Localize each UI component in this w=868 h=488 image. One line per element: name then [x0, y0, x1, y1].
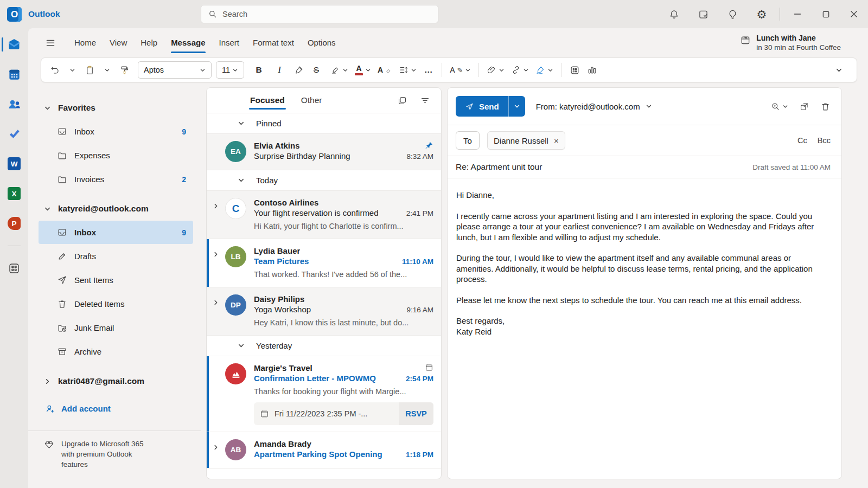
sidebar-item-expenses[interactable]: Expenses: [39, 144, 193, 167]
format-painter-icon[interactable]: [116, 61, 132, 79]
font-color-icon[interactable]: A: [352, 61, 374, 79]
undo-icon[interactable]: [47, 61, 63, 79]
sidebar-item-deleted-items[interactable]: Deleted Items: [39, 292, 193, 316]
tab-home[interactable]: Home: [73, 28, 97, 57]
tab-help[interactable]: Help: [139, 28, 158, 57]
maximize-icon[interactable]: [812, 0, 840, 28]
more-apps-grid-icon[interactable]: [0, 261, 28, 276]
sidebar-item-sent-items[interactable]: Sent Items: [39, 268, 193, 292]
send-button[interactable]: Send: [456, 96, 508, 117]
notifications-bell-icon[interactable]: [659, 0, 688, 28]
filter-icon[interactable]: [416, 92, 433, 109]
search-input[interactable]: Search: [201, 5, 438, 23]
from-selector[interactable]: From: katyreid@outlook.com: [536, 102, 652, 111]
chart-icon[interactable]: [584, 61, 600, 79]
calendar-icon[interactable]: [0, 67, 28, 82]
clear-format-icon[interactable]: A: [375, 61, 395, 79]
pen-icon[interactable]: [291, 61, 307, 79]
message-subject: Surprise Birthday Planning: [254, 151, 350, 160]
group-header-pinned[interactable]: Pinned: [207, 113, 441, 134]
open-new-window-icon[interactable]: [799, 101, 809, 112]
paste-dropdown-chevron-icon[interactable]: [99, 61, 115, 79]
sidebar-item-junk-email[interactable]: Junk Email: [39, 316, 193, 339]
apps-grid-icon[interactable]: [566, 61, 583, 79]
tab-insert[interactable]: Insert: [218, 28, 241, 57]
close-icon[interactable]: [840, 0, 868, 28]
todo-check-icon[interactable]: [0, 126, 28, 142]
italic-button[interactable]: I: [271, 61, 288, 79]
send-options-chevron-icon[interactable]: [508, 96, 525, 117]
zoom-control[interactable]: [770, 101, 788, 112]
group-header-today[interactable]: Today: [207, 170, 441, 191]
sidebar-item-inbox[interactable]: Inbox 9: [39, 221, 193, 244]
delete-trash-icon[interactable]: [820, 101, 831, 112]
account-gmail-header[interactable]: katri0487@gmail.com: [28, 369, 201, 393]
add-account-button[interactable]: Add account: [28, 396, 201, 420]
sidebar-item-archive[interactable]: Archive: [39, 340, 193, 363]
select-messages-icon[interactable]: [393, 92, 411, 109]
tab-options[interactable]: Options: [307, 28, 337, 57]
line-spacing-icon[interactable]: [396, 61, 419, 79]
message-row-margies-travel[interactable]: Margie's Travel Confirmation Letter - MP…: [207, 356, 441, 432]
expand-chevron-icon[interactable]: [213, 251, 219, 258]
font-family-select[interactable]: Aptos: [138, 61, 212, 79]
word-icon[interactable]: W: [0, 156, 28, 171]
styles-icon[interactable]: A✎: [447, 61, 474, 79]
tab-view[interactable]: View: [108, 28, 128, 57]
sidebar-item-invoices[interactable]: Invoices 2: [39, 168, 193, 191]
font-size-select[interactable]: 11: [216, 61, 244, 79]
link-icon[interactable]: [508, 61, 532, 79]
attach-paperclip-icon[interactable]: [484, 61, 507, 79]
signature-pen-icon[interactable]: [533, 61, 556, 79]
tips-lightbulb-icon[interactable]: [718, 0, 747, 28]
message-row-daisy-philips[interactable]: DP Daisy Philips Yoga Workshop 9:16 AM H…: [207, 287, 441, 336]
drafts-pencil-icon: [57, 251, 67, 261]
account-outlook-header[interactable]: katyreid@outlook.com: [28, 197, 201, 221]
minimize-icon[interactable]: [783, 0, 812, 28]
tab-message[interactable]: Message: [170, 28, 206, 57]
people-icon[interactable]: [0, 97, 28, 112]
sidebar-item-drafts[interactable]: Drafts: [39, 245, 193, 268]
message-row-amanda-brady[interactable]: AB Amanda Brady Apartment Parking Spot O…: [207, 432, 441, 468]
body-paragraph: Hi Dianne,: [456, 190, 827, 201]
paste-clipboard-icon[interactable]: [81, 61, 98, 79]
calendar-reminder[interactable]: Lunch with Jane in 30 min at Fourth Coff…: [740, 34, 857, 52]
message-subject: Your flight reservation is confirmed: [254, 208, 379, 217]
message-row-lydia-bauer[interactable]: LB Lydia Bauer Team Pictures 11:10 AM Th…: [207, 239, 441, 287]
tab-focused[interactable]: Focused: [249, 88, 286, 113]
message-body-editor[interactable]: Hi Dianne, I recently came across your a…: [448, 178, 841, 479]
excel-icon[interactable]: X: [0, 186, 28, 201]
subject-input[interactable]: Re: Apartment unit tour: [456, 162, 542, 172]
expand-chevron-icon[interactable]: [213, 299, 219, 306]
expand-chevron-icon[interactable]: [831, 61, 847, 79]
more-options-button[interactable]: …: [420, 61, 437, 79]
upgrade-banner[interactable]: Upgrade to Microsoft 365 with premium Ou…: [28, 431, 201, 479]
my-day-checklist-icon[interactable]: [688, 0, 718, 28]
favorites-section-header[interactable]: Favorites: [28, 96, 201, 120]
message-row-elvia-atkins[interactable]: EA Elvia Atkins Surprise Birthday Planni…: [207, 134, 441, 170]
chevron-down-icon: [238, 342, 245, 349]
recipient-chip[interactable]: Dianne Russell ×: [487, 131, 565, 150]
bcc-button[interactable]: Bcc: [818, 136, 831, 145]
cc-button[interactable]: Cc: [797, 136, 807, 145]
strikethrough-button[interactable]: S: [308, 61, 324, 79]
to-button[interactable]: To: [456, 131, 480, 150]
tab-format-text[interactable]: Format text: [252, 28, 295, 57]
undo-dropdown-chevron-icon[interactable]: [64, 61, 80, 79]
hamburger-menu-icon[interactable]: [41, 34, 60, 52]
remove-recipient-icon[interactable]: ×: [554, 136, 559, 145]
highlight-icon[interactable]: [328, 61, 351, 79]
rsvp-button[interactable]: RSVP: [399, 402, 433, 425]
expand-chevron-icon[interactable]: [213, 203, 219, 209]
from-address: From: katyreid@outlook.com: [536, 102, 640, 111]
settings-gear-icon[interactable]: ⚙: [747, 0, 776, 28]
message-row-contoso-airlines[interactable]: C Contoso Airlines Your flight reservati…: [207, 191, 441, 239]
tab-other[interactable]: Other: [300, 88, 323, 113]
body-signoff: Best regards,: [456, 316, 827, 326]
powerpoint-icon[interactable]: P: [0, 216, 28, 231]
sidebar-item-favorites-inbox[interactable]: Inbox 9: [39, 120, 193, 143]
mail-icon[interactable]: [0, 37, 28, 52]
bold-button[interactable]: B: [251, 61, 267, 79]
expand-chevron-icon[interactable]: [213, 444, 219, 451]
group-header-yesterday[interactable]: Yesterday: [207, 336, 441, 356]
